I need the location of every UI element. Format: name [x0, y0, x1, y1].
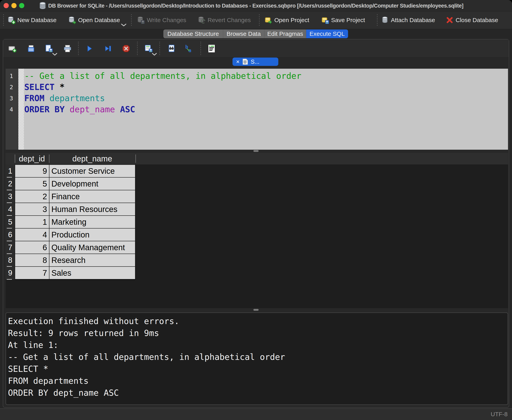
open-project-label: Open Project [274, 17, 309, 23]
row-tick [7, 241, 12, 241]
row-tick [7, 215, 12, 216]
print-icon[interactable] [63, 44, 72, 53]
cell-dept-id[interactable]: 5 [15, 178, 49, 190]
results-log-splitter-handle[interactable] [253, 309, 259, 311]
row-number[interactable]: 1 [6, 165, 15, 177]
code-line: FROM departments [24, 93, 105, 104]
log-line: Result: 9 rows returned in 9ms [8, 327, 159, 339]
tab-database-structure[interactable]: Database Structure [163, 30, 223, 38]
cell-dept-name[interactable]: Customer Service [49, 165, 135, 177]
status-bar [0, 408, 512, 420]
cell-dept-name[interactable]: Quality Management [49, 241, 135, 254]
column-header-dept-name[interactable]: dept_name [49, 153, 135, 165]
save-results-dropdown-chevron-icon[interactable] [152, 53, 157, 56]
row-tick [7, 177, 12, 178]
open-project-button[interactable]: Open Project [264, 11, 309, 29]
new-database-button[interactable]: New Database [7, 11, 57, 29]
save-sql-dropdown-chevron-icon[interactable] [52, 53, 57, 56]
format-text-icon[interactable]: b a [184, 44, 193, 53]
attach-database-button[interactable]: Attach Database [381, 11, 435, 29]
close-window-button[interactable] [4, 3, 9, 8]
new-tab-icon[interactable] [8, 44, 17, 53]
sql-toolbar-separator [78, 42, 79, 55]
cell-dept-id[interactable]: 4 [15, 229, 49, 241]
sql-table-name: departments [49, 93, 105, 103]
row-tick [7, 202, 12, 203]
sql-field-name: dept_name [70, 105, 115, 114]
find-in-sql-icon[interactable] [167, 44, 176, 53]
close-database-button[interactable]: Close Database [445, 11, 498, 29]
sql-keyword: ASC [115, 105, 135, 114]
cell-dept-name[interactable]: Finance [49, 190, 135, 203]
execute-current-line-icon[interactable] [104, 44, 112, 53]
row-number[interactable]: 4 [6, 203, 15, 215]
close-database-icon [445, 16, 454, 24]
cell-dept-id[interactable]: 8 [15, 254, 49, 266]
row-number[interactable]: 2 [6, 178, 15, 190]
cell-dept-id[interactable]: 3 [15, 203, 49, 215]
open-database-dropdown-chevron-icon[interactable] [121, 23, 127, 27]
tab-edit-pragmas[interactable]: Edit Pragmas [264, 30, 306, 38]
row-number[interactable]: 9 [6, 267, 15, 279]
attach-database-label: Attach Database [391, 17, 435, 23]
row-number[interactable]: 3 [6, 190, 15, 203]
new-database-icon [7, 16, 15, 24]
sql-operator: * [60, 82, 65, 92]
row-number[interactable]: 8 [6, 254, 15, 266]
row-number[interactable]: 6 [6, 229, 15, 241]
cell-dept-name[interactable]: Marketing [49, 216, 135, 228]
sql-comment: -- Get a list of all departments, in alp… [24, 71, 301, 81]
save-project-icon [321, 16, 329, 24]
code-line: -- Get a list of all departments, in alp… [24, 70, 301, 82]
row-tick [7, 253, 12, 254]
revert-changes-button[interactable]: Revert Changes [198, 11, 251, 29]
row-tick [7, 266, 12, 267]
cell-dept-name[interactable]: Development [49, 178, 135, 190]
zoom-window-button[interactable] [19, 3, 24, 8]
cell-dept-id[interactable]: 7 [15, 267, 49, 279]
cell-dept-name[interactable]: Research [49, 254, 135, 266]
editor-results-splitter-handle[interactable] [253, 150, 259, 152]
log-line: At line 1: [8, 339, 58, 351]
line-number: 3 [6, 93, 17, 104]
row-tick [7, 279, 12, 280]
cell-dept-id[interactable]: 2 [15, 190, 49, 203]
cell-dept-id[interactable]: 6 [15, 241, 49, 254]
sql-editor-tab[interactable]: × S... [232, 58, 278, 66]
execute-all-icon[interactable] [85, 44, 94, 53]
cell-dept-name[interactable]: Sales [49, 267, 135, 279]
sql-toolbar-separator [159, 42, 160, 55]
open-sql-file-icon[interactable] [26, 44, 35, 53]
open-project-icon [264, 16, 273, 24]
line-number: 2 [6, 82, 17, 93]
editor-margin-strip [18, 69, 24, 150]
sql-toolbar-separator [200, 42, 201, 55]
open-database-button[interactable]: Open Database [68, 11, 120, 29]
cell-dept-name[interactable]: Production [49, 229, 135, 241]
sql-keyword: ORDER BY [24, 105, 70, 114]
row-number[interactable]: 5 [6, 216, 15, 228]
log-line: SELECT * [8, 363, 48, 375]
save-project-button[interactable]: Save Project [321, 11, 365, 29]
minimize-window-button[interactable] [11, 3, 16, 8]
close-database-label: Close Database [456, 17, 498, 23]
cell-dept-name[interactable]: Human Resources [49, 203, 135, 215]
cell-dept-id[interactable]: 9 [15, 165, 49, 177]
sql-toolbar [3, 39, 509, 58]
save-results-icon[interactable] [144, 44, 153, 53]
toolbar-separator [3, 14, 4, 26]
write-changes-button[interactable]: Write Changes [137, 11, 186, 29]
log-line: FROM departments [8, 375, 89, 387]
cell-dept-id[interactable]: 1 [15, 216, 49, 228]
log-line: ORDER BY dept_name ASC [8, 387, 119, 399]
close-tab-icon[interactable]: × [236, 58, 240, 66]
tab-execute-sql[interactable]: Execute SQL [306, 30, 348, 38]
column-header-dept-id[interactable]: dept_id [15, 153, 49, 165]
code-line: ORDER BY dept_name ASC [24, 104, 135, 115]
save-sql-file-icon[interactable] [45, 44, 53, 53]
tab-browse-data[interactable]: Browse Data [223, 30, 264, 38]
stop-execution-icon[interactable] [122, 44, 130, 53]
execution-log-icon[interactable] [207, 44, 216, 53]
open-database-label: Open Database [78, 17, 120, 23]
row-number[interactable]: 7 [6, 241, 15, 254]
